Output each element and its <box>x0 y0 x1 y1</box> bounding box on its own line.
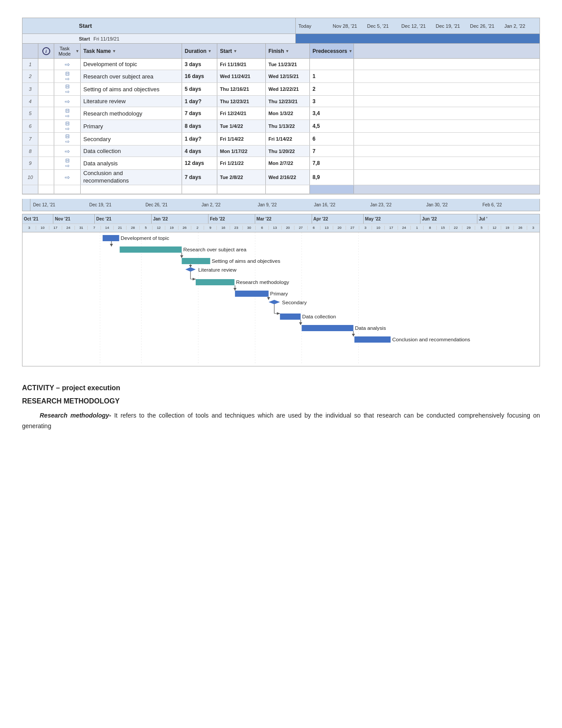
section-heading-1: ACTIVITY – project execution <box>22 384 540 392</box>
sep-left <box>22 199 30 211</box>
sep-date-5: Jan 9, '22 <box>257 202 313 207</box>
col-start-header[interactable]: Start ▼ <box>217 44 266 58</box>
col-task-mode-header[interactable]: Task Mode ▼ <box>54 44 81 58</box>
row-duration: 16 days <box>182 70 217 82</box>
sep-date-7: Jan 23, '22 <box>369 202 425 207</box>
col-task-name-header[interactable]: Task Name ▼ <box>81 44 182 58</box>
row-start: Fri 12/24/21 <box>217 107 266 119</box>
table-row: 1 ⇨ Development of topic 3 days Fri 11/1… <box>22 59 540 70</box>
sep-dates: Dec 12, '21 Dec 19, '21 Dec 26, '21 Jan … <box>30 199 540 211</box>
row-predecessors: 7,8 <box>310 157 354 169</box>
chart-month-jul: Jul ' <box>477 214 540 224</box>
body-paragraph-1: Research methodology- It refers to the c… <box>22 411 540 432</box>
row-predecessors <box>310 59 354 70</box>
timeline-date-1: Today <box>298 23 332 29</box>
row-num: 9 <box>22 157 38 169</box>
start-dropdown[interactable]: ▼ <box>233 49 237 53</box>
row-num: 2 <box>22 70 38 82</box>
chart-month-feb: Feb '22 <box>208 214 255 224</box>
predecessors-dropdown[interactable]: ▼ <box>349 49 353 53</box>
row-duration: 1 day? <box>182 133 217 145</box>
row-gantt <box>354 157 540 169</box>
col-duration-header[interactable]: Duration ▼ <box>182 44 217 58</box>
duration-dropdown[interactable]: ▼ <box>208 49 212 53</box>
task-name-dropdown[interactable]: ▼ <box>112 49 116 53</box>
task-mode-icon: ⇨ <box>65 174 70 181</box>
row-info <box>38 107 54 119</box>
timeline-date-3: Dec 5, '21 <box>366 23 401 29</box>
row-duration: 8 days <box>182 120 217 132</box>
row-task-name: Setting of aims and objectives <box>81 83 182 95</box>
row-finish: Wed 2/16/22 <box>266 170 310 185</box>
table-header: i Task Mode ▼ Task Name ▼ Duration ▼ Sta… <box>22 44 540 59</box>
col-info-header[interactable]: i <box>38 44 54 58</box>
col-num-header <box>22 44 38 58</box>
svg-marker-14 <box>193 278 196 280</box>
row-start: Thu 12/16/21 <box>217 83 266 95</box>
bar-label-8: Data collection <box>302 314 336 319</box>
row-gantt <box>354 146 540 157</box>
row-task-mode: ⊟⇨ <box>54 83 81 95</box>
row-task-mode: ⊟⇨ <box>54 70 81 82</box>
row-start: Thu 12/23/21 <box>217 96 266 107</box>
row-task-name: Literature review <box>81 96 182 107</box>
table-row: 8 ⇨ Data collection 4 days Mon 1/17/22 T… <box>22 146 540 157</box>
task-mode-icon: ⇨ <box>65 61 70 68</box>
row-start: Fri 1/14/22 <box>217 133 266 145</box>
section-heading-2: RESEARCH METHODOLOGY <box>22 397 540 405</box>
timeline-date-7: Jan 2, '22 <box>503 23 538 29</box>
col-finish-header[interactable]: Finish ▼ <box>266 44 310 58</box>
row-gantt <box>354 120 540 132</box>
row-gantt <box>354 133 540 145</box>
col-finish-label: Finish <box>268 48 284 54</box>
bar-2 <box>120 246 182 253</box>
row-start: Fri 11/19/21 <box>217 59 266 70</box>
sep-date-8: Jan 30, '22 <box>425 202 481 207</box>
task-mode-icon: ⊟⇨ <box>65 134 70 144</box>
bar-9 <box>301 325 353 331</box>
col-task-name-label: Task Name <box>83 48 111 54</box>
svg-marker-18 <box>267 297 270 300</box>
chart-month-jun: Jun '22 <box>421 214 477 224</box>
task-mode-dropdown[interactable]: ▼ <box>75 49 79 53</box>
empty-row <box>22 185 540 194</box>
row-num: 10 <box>22 170 38 185</box>
row-start: Tue 1/4/22 <box>217 120 266 132</box>
gantt-svg: Development of topic Research over subje… <box>22 232 540 365</box>
finish-dropdown[interactable]: ▼ <box>285 49 289 53</box>
task-mode-icon: ⊟⇨ <box>65 158 70 168</box>
bar-label-4: Literature review <box>198 268 237 273</box>
bar-8 <box>280 314 301 320</box>
row-num: 6 <box>22 120 38 132</box>
start-row: Start Fri 11/19/21 <box>22 34 540 44</box>
bar-5 <box>196 279 234 285</box>
bar-label-9: Data analysis <box>355 326 386 331</box>
today-label: Start <box>79 22 92 29</box>
row-num: 1 <box>22 59 38 70</box>
chart-month-mar: Mar '22 <box>255 214 312 224</box>
gantt-table-section: Start Today Nov 28, '21 Dec 5, '21 Dec 1… <box>22 18 540 194</box>
row-task-mode: ⊟⇨ <box>54 107 81 119</box>
info-icon[interactable]: i <box>42 47 50 55</box>
chart-header: Oct '21 Nov '21 Dec '21 Jan '22 Feb '22 … <box>22 214 540 232</box>
bar-label-3: Setting of aims and objectives <box>212 259 280 264</box>
row-start: Wed 11/24/21 <box>217 70 266 82</box>
bar-label-2: Research over subject area <box>183 247 247 252</box>
table-row: 4 ⇨ Literature review 1 day? Thu 12/23/2… <box>22 96 540 107</box>
bar-10 <box>354 336 391 343</box>
gantt-chart-section: Oct '21 Nov '21 Dec '21 Jan '22 Feb '22 … <box>22 214 540 366</box>
row-task-name: Data collection <box>81 146 182 157</box>
row-task-name: Development of topic <box>81 59 182 70</box>
bar-3 <box>182 258 210 264</box>
row-task-mode: ⊟⇨ <box>54 157 81 169</box>
row-info <box>38 96 54 107</box>
row-task-mode: ⇨ <box>54 146 81 157</box>
row-gantt <box>354 170 540 185</box>
row-duration: 3 days <box>182 59 217 70</box>
task-mode-icon: ⊟⇨ <box>65 121 70 131</box>
start-date: Fri 11/19/21 <box>93 36 119 41</box>
task-mode-icon: ⊟⇨ <box>65 84 70 94</box>
start-label: Start <box>79 36 90 41</box>
row-predecessors: 2 <box>310 83 354 95</box>
col-predecessors-header[interactable]: Predecessors ▼ <box>310 44 354 58</box>
